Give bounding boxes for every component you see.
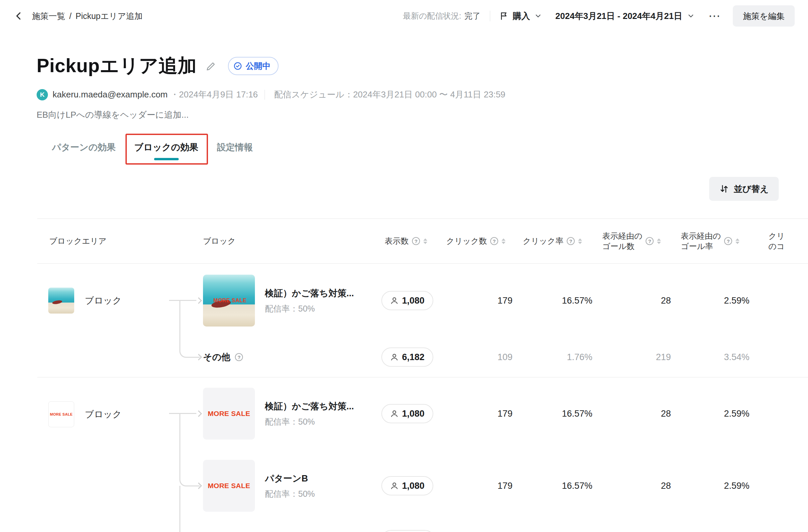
divider <box>264 90 265 100</box>
edit-campaign-button[interactable]: 施策を編集 <box>733 5 795 26</box>
ctr-value: 16.57% <box>513 296 592 306</box>
page-title: Pickupエリア追加 <box>37 53 197 79</box>
impressions-pill: 1,080 <box>381 476 433 495</box>
ctr-value: 16.57% <box>513 408 592 419</box>
created-at: ・2024年4月9日 17:16 <box>170 89 258 100</box>
connector-line <box>179 301 200 358</box>
clicks-value: 179 <box>439 296 513 306</box>
breadcrumb-current: Pickupエリア追加 <box>76 11 143 22</box>
col-header-view-goals-line2: ゴール数 <box>602 241 643 251</box>
breadcrumb-separator: / <box>69 11 72 21</box>
breadcrumb: 施策一覧 / Pickupエリア追加 <box>32 11 143 22</box>
other-label: その他 <box>203 351 230 363</box>
clicks-value: 179 <box>439 481 513 491</box>
block-delivery-rate: 配信率：50% <box>265 416 354 427</box>
campaign-meta: K kakeru.maeda@example.com ・2024年4月9日 17… <box>37 89 808 100</box>
sort-toggle-icon[interactable] <box>423 239 427 244</box>
thumbnail-sale-text: MORE SALE <box>208 410 250 418</box>
col-header-click-goals-line2: のコ <box>768 241 785 251</box>
person-figure <box>52 300 62 305</box>
block-row-partial <box>195 530 808 532</box>
block-area-thumbnail: MORE SALE <box>48 401 74 427</box>
tab-settings[interactable]: 設定情報 <box>217 141 253 153</box>
tab-block-effect-label: ブロックの効果 <box>134 142 198 152</box>
avatar: K <box>37 89 48 100</box>
thumbnail-sale-text: MORE SALE <box>50 412 73 416</box>
tab-block-effect[interactable]: ブロックの効果 <box>134 141 198 153</box>
pencil-icon <box>205 60 217 72</box>
view-goals-value: 28 <box>592 481 671 491</box>
col-header-impressions: 表示数 ? <box>373 236 439 246</box>
block-row: MORE SALE 検証）かご落ち対策... 配信率：50% 1,080 179… <box>195 274 808 326</box>
sort-button-label: 並び替え <box>734 183 769 195</box>
col-header-click-goals-cut: クリ のコ <box>749 231 808 251</box>
ctr-value: 16.57% <box>513 481 592 491</box>
block-row: MORE SALE パターンB 配信率：50% 1,080 179 16.57%… <box>195 460 808 512</box>
sort-toggle-icon[interactable] <box>578 239 582 244</box>
campaign-description: EB向けLPへの導線をヘッダーに追加... <box>37 109 808 121</box>
delivery-status-value: 完了 <box>464 11 480 21</box>
impressions-pill <box>381 530 435 532</box>
block-area-group-2: MORE SALE ブロック MORE SALE 検証）かご落ち対策... 配信… <box>37 377 808 532</box>
person-icon <box>390 409 399 418</box>
check-circle-icon <box>233 61 242 71</box>
person-icon <box>390 296 399 305</box>
impressions-value: 6,182 <box>402 352 425 362</box>
edit-title-button[interactable] <box>205 60 217 72</box>
view-goal-rate-value: 2.59% <box>671 296 749 306</box>
topbar: 施策一覧 / Pickupエリア追加 最新の配信状況: 完了 購入 2024年3… <box>0 0 808 32</box>
sort-toggle-icon[interactable] <box>735 239 739 244</box>
block-name: 検証）かご落ち対策... <box>265 400 354 412</box>
status-badge-label: 公開中 <box>245 60 271 72</box>
chevron-down-icon <box>687 12 695 20</box>
col-header-ctr: クリック率 ? <box>513 236 592 246</box>
block-name: パターンB <box>265 473 315 484</box>
block-area-label: ブロック <box>85 408 122 420</box>
help-icon[interactable]: ? <box>567 237 575 245</box>
flag-icon <box>499 11 509 21</box>
person-icon <box>390 481 399 490</box>
col-header-ctr-label: クリック率 <box>523 236 564 246</box>
sort-toggle-icon[interactable] <box>501 239 506 244</box>
help-icon[interactable]: ? <box>724 237 732 245</box>
view-goal-rate-value: 3.54% <box>671 352 749 362</box>
thumbnail-sale-text: MORE SALE <box>213 298 246 304</box>
tab-pattern-effect[interactable]: パターンの効果 <box>52 141 116 153</box>
help-icon[interactable]: ? <box>490 237 498 245</box>
impressions-value: 1,080 <box>402 481 425 491</box>
col-header-view-goal-rate-line1: 表示経由の <box>681 231 721 241</box>
app-window: 施策一覧 / Pickupエリア追加 最新の配信状況: 完了 購入 2024年3… <box>0 0 808 532</box>
block-area-group-1: ブロック MORE SALE 検証）かご落ち対策... 配信率：50% <box>37 264 808 377</box>
col-header-view-goal-rate: 表示経由の ゴール率 ? <box>671 231 749 251</box>
view-goal-rate-value: 2.59% <box>671 408 749 419</box>
connector-line <box>179 486 180 532</box>
divider <box>490 11 490 21</box>
impressions-pill: 6,182 <box>381 347 433 367</box>
help-icon[interactable]: ? <box>235 353 243 361</box>
back-button[interactable] <box>13 11 24 21</box>
author-email: kakeru.maeda@example.com <box>53 90 168 100</box>
view-goal-rate-value: 2.59% <box>671 481 749 491</box>
help-icon[interactable]: ? <box>646 237 654 245</box>
sort-button[interactable]: 並び替え <box>709 177 779 201</box>
breadcrumb-link-campaign-list[interactable]: 施策一覧 <box>32 11 65 22</box>
block-delivery-rate: 配信率：50% <box>265 489 315 499</box>
block-thumbnail: MORE SALE <box>203 460 255 512</box>
date-range-selector[interactable]: 2024年3月21日 - 2024年4月21日 <box>555 10 695 22</box>
table-header-row: ブロックエリア ブロック 表示数 ? クリック数 ? クリック率 ? 表示経由の <box>37 219 808 264</box>
chevron-left-icon <box>13 11 24 21</box>
thumbnail-sale-text: MORE SALE <box>208 482 250 490</box>
block-area-thumbnail <box>48 288 74 314</box>
goal-label: 購入 <box>513 10 530 22</box>
help-icon[interactable]: ? <box>412 237 420 245</box>
block-area-label: ブロック <box>85 294 122 307</box>
col-header-block-area: ブロックエリア <box>37 236 195 246</box>
col-header-view-goal-rate-line2: ゴール率 <box>681 241 721 251</box>
ctr-value: 1.76% <box>513 352 592 362</box>
more-options-button[interactable]: ⋯ <box>706 10 722 22</box>
block-effect-table: ブロックエリア ブロック 表示数 ? クリック数 ? クリック率 ? 表示経由の <box>37 218 808 532</box>
page-header: Pickupエリア追加 公開中 K kakeru.maeda@example.c… <box>0 53 808 153</box>
sort-toggle-icon[interactable] <box>657 239 661 244</box>
delivery-schedule: 配信スケジュール：2024年3月21日 00:00 〜 4月11日 23:59 <box>274 89 506 100</box>
goal-selector[interactable]: 購入 <box>499 10 542 22</box>
